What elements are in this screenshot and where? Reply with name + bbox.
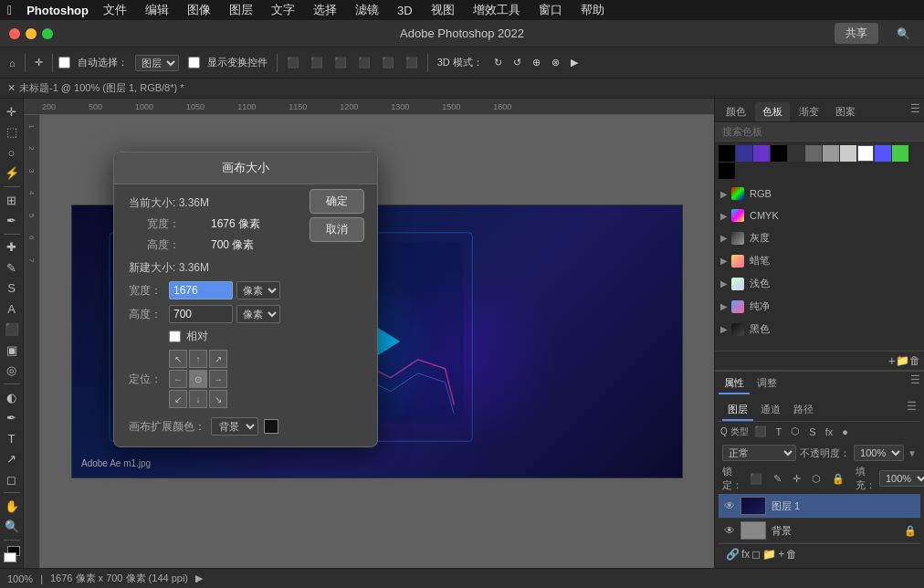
tab-properties[interactable]: 属性 — [719, 373, 750, 394]
anchor-br[interactable]: ↘ — [209, 390, 227, 408]
brush-tool[interactable]: ✎ — [2, 258, 22, 277]
menu-plugins[interactable]: 增效工具 — [469, 2, 524, 18]
document-tab-label[interactable]: 未标题-1 @ 100% (图层 1, RGB/8*) * — [19, 81, 184, 95]
tab-gradient[interactable]: 渐变 — [792, 102, 826, 121]
move-tool-button[interactable]: ✛ — [31, 55, 47, 70]
tab-paths[interactable]: 路径 — [788, 400, 819, 421]
create-group-btn[interactable]: 📁 — [762, 548, 776, 561]
lock-paint-btn[interactable]: ✎ — [770, 471, 785, 487]
fill-select[interactable]: 100% 75% 50% — [879, 470, 924, 487]
new-swatch-btn[interactable]: + — [888, 353, 896, 368]
3d-btn3[interactable]: ⊕ — [529, 55, 544, 70]
anchor-mr[interactable]: → — [209, 370, 227, 388]
blend-mode-select[interactable]: 正常 溶解 正片叠底 — [722, 445, 796, 461]
menu-file[interactable]: 文件 — [100, 2, 131, 18]
filter-fx-btn[interactable]: fx — [822, 425, 837, 439]
bg-color-select[interactable]: 背景 前景 白色 黑色 — [211, 417, 258, 436]
tab-layers[interactable]: 图层 — [722, 400, 753, 421]
anchor-bc[interactable]: ↓ — [189, 390, 207, 408]
lock-artboard-btn[interactable]: ⬡ — [808, 471, 824, 487]
layer-1-visibility[interactable]: 👁 — [722, 499, 737, 513]
align-top-button[interactable]: ⬛ — [354, 55, 374, 70]
swatch-gray[interactable] — [805, 145, 822, 162]
swatch-darkgray[interactable] — [788, 145, 804, 162]
align-center-v-button[interactable]: ⬛ — [378, 55, 398, 70]
panel-menu-icon[interactable]: ☰ — [910, 102, 920, 121]
align-center-h-button[interactable]: ⬛ — [307, 55, 327, 70]
align-bottom-button[interactable]: ⬛ — [402, 55, 422, 70]
swatches-search[interactable] — [715, 122, 924, 142]
eraser-tool[interactable]: ⬛ — [2, 320, 22, 339]
gradient-tool[interactable]: ▣ — [2, 341, 22, 359]
cancel-button[interactable]: 取消 — [310, 217, 364, 242]
filter-shape-btn[interactable]: ⬡ — [787, 424, 803, 439]
menu-view[interactable]: 视图 — [427, 2, 458, 18]
hand-tool[interactable]: ✋ — [2, 497, 22, 515]
width-unit-select[interactable]: 像素 英寸 厘米 — [236, 281, 280, 299]
menu-text[interactable]: 文字 — [268, 2, 299, 18]
menu-select[interactable]: 选择 — [310, 2, 341, 18]
video-btn[interactable]: ▶ — [567, 55, 582, 70]
lock-move-btn[interactable]: ✛ — [789, 471, 804, 487]
tab-channels[interactable]: 通道 — [755, 400, 786, 421]
bg-color-swatch[interactable] — [264, 419, 278, 434]
anchor-mc[interactable]: ⊙ — [189, 370, 207, 388]
canvas-content[interactable]: Adobe Ae m1.jpg 画布大小 确定 取消 当前大小: 3.36M 宽… — [40, 115, 714, 568]
add-mask-btn[interactable]: ◻ — [751, 548, 761, 561]
layer-bg-visibility[interactable]: 👁 — [722, 523, 737, 538]
3d-btn2[interactable]: ↺ — [509, 55, 525, 70]
menu-filter[interactable]: 滤镜 — [352, 2, 383, 18]
swatch-black2[interactable] — [771, 145, 787, 162]
eyedropper-tool[interactable]: ✒ — [2, 211, 22, 229]
menu-help[interactable]: 帮助 — [577, 2, 608, 18]
layer-item-1[interactable]: 👁 图层 1 — [719, 494, 920, 519]
wand-tool[interactable]: ⚡ — [2, 163, 22, 182]
tab-adjustments[interactable]: 调整 — [751, 373, 782, 394]
menu-window[interactable]: 窗口 — [535, 2, 566, 18]
path-select-tool[interactable]: ↗ — [2, 449, 22, 467]
filter-smart-btn[interactable]: S — [805, 425, 819, 439]
dodge-tool[interactable]: ◐ — [2, 388, 22, 406]
layers-menu-icon[interactable]: ☰ — [907, 400, 917, 421]
anchor-tc[interactable]: ↑ — [189, 350, 207, 368]
text-tool[interactable]: T — [2, 429, 22, 447]
lock-pixels-btn[interactable]: ⬛ — [746, 471, 766, 487]
height-input[interactable] — [169, 305, 233, 323]
home-button[interactable]: ⌂ — [5, 56, 19, 70]
pen-tool[interactable]: ✒ — [2, 408, 22, 426]
menu-image[interactable]: 图像 — [184, 2, 215, 18]
group-crayon-header[interactable]: ▶ 蜡笔 — [715, 251, 924, 270]
delete-layer-btn[interactable]: 🗑 — [786, 548, 797, 561]
swatch-purple[interactable] — [753, 145, 770, 162]
tab-swatches[interactable]: 色板 — [755, 102, 790, 121]
anchor-ml[interactable]: ← — [169, 370, 187, 388]
swatch-lightgray[interactable] — [823, 145, 839, 162]
close-button[interactable] — [9, 28, 20, 39]
opacity-select[interactable]: 100% 75% 50% — [854, 445, 904, 461]
filter-text-btn[interactable]: T — [772, 425, 786, 439]
shape-tool[interactable]: ◻ — [2, 470, 22, 488]
anchor-bl[interactable]: ↙ — [169, 390, 187, 408]
group-gray-header[interactable]: ▶ 灰度 — [715, 228, 924, 247]
swatch-lighter[interactable] — [840, 145, 856, 162]
history-brush-tool[interactable]: A — [2, 299, 22, 318]
tab-color[interactable]: 颜色 — [719, 102, 753, 121]
zoom-tool[interactable]: 🔍 — [2, 518, 22, 536]
group-black-header[interactable]: ▶ 黑色 — [715, 320, 924, 339]
group-rgb-header[interactable]: ▶ RGB — [715, 184, 924, 203]
selection-tool[interactable]: ⬚ — [2, 122, 22, 141]
layer-item-bg[interactable]: 👁 背景 🔒 — [719, 519, 920, 543]
align-right-button[interactable]: ⬛ — [331, 55, 351, 70]
width-input[interactable] — [169, 281, 233, 299]
filter-pixel-btn[interactable]: ⬛ — [751, 424, 771, 439]
create-layer-btn[interactable]: + — [778, 548, 784, 561]
group-pure-header[interactable]: ▶ 纯净 — [715, 297, 924, 316]
confirm-button[interactable]: 确定 — [310, 189, 364, 214]
anchor-tr[interactable]: ↗ — [209, 350, 227, 368]
menu-layer[interactable]: 图层 — [226, 2, 257, 18]
blur-tool[interactable]: ◎ — [2, 362, 22, 380]
move-tool[interactable]: ✛ — [2, 102, 22, 121]
clone-tool[interactable]: S — [2, 279, 22, 298]
foreground-bg-colors[interactable] — [2, 544, 22, 564]
link-layers-btn[interactable]: 🔗 — [726, 548, 740, 561]
